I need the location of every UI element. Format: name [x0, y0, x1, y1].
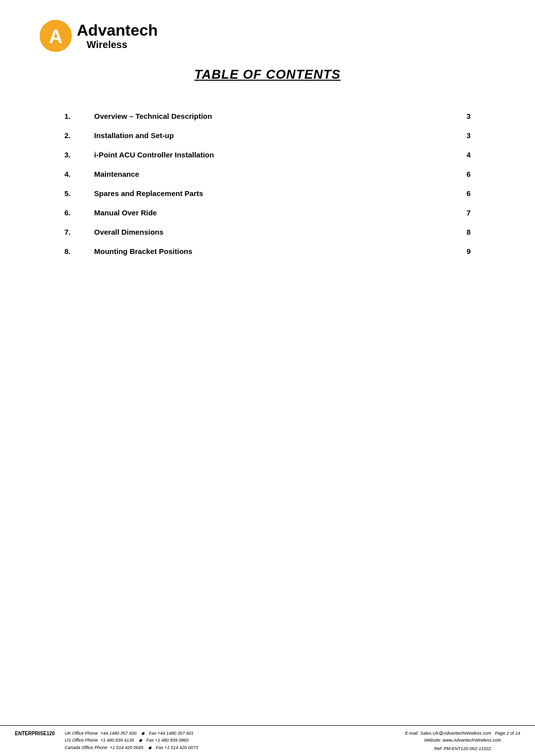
toc-label-6: Manual Over Ride	[94, 208, 456, 217]
toc-number-6: 6.	[64, 208, 94, 217]
svg-text:A: A	[49, 26, 62, 47]
footer-canada-fax-label: Fax	[156, 745, 163, 750]
toc-label-2: Installation and Set-up	[94, 131, 456, 140]
logo-container: A Advantech Wireless	[40, 20, 158, 52]
diamond-2: ◆	[139, 737, 142, 744]
toc-label-3: i-Point ACU Controller Installation	[94, 151, 456, 159]
page: A Advantech Wireless TABLE OF CONTENTS 1…	[0, 0, 535, 756]
footer-us-row: US Office Phone +1 480 839 4136 ◆ Fax +1…	[65, 737, 395, 744]
toc-label-1: Overview – Technical Description	[94, 112, 456, 120]
toc-item-1: 1. Overview – Technical Description 3	[64, 112, 471, 120]
footer-us-fax: +1 480 839 0860	[155, 738, 189, 743]
toc-page-1: 3	[456, 112, 471, 120]
footer-page-info: Page 2 of 14	[495, 731, 520, 736]
company-sub: Wireless	[87, 39, 158, 50]
toc-item-8: 8. Mounting Bracket Positions 9	[64, 247, 471, 255]
page-title: TABLE OF CONTENTS	[194, 67, 340, 82]
footer-email: Sales.UK@AdvantechWireless.com	[420, 731, 491, 736]
footer-website-row: Website: www.AdvantechWireless.com	[405, 737, 520, 744]
footer-website: www.AdvantechWireless.com	[443, 738, 501, 743]
toc-item-3: 3. i-Point ACU Controller Installation 4	[64, 151, 471, 159]
toc-number-4: 4.	[64, 170, 94, 178]
footer-email-row: E-mail Sales.UK@AdvantechWireless.com Pa…	[405, 730, 520, 737]
logo-icon: A	[40, 20, 72, 52]
footer-canada-phone: +1 514 420 0045	[110, 745, 144, 750]
footer-email-label: E-mail	[405, 731, 418, 736]
toc-page-8: 9	[456, 247, 471, 255]
toc-item-5: 5. Spares and Replacement Parts 6	[64, 189, 471, 198]
toc-page-6: 7	[456, 208, 471, 217]
toc-page-7: 8	[456, 228, 471, 236]
footer-us-phone-label: US Office Phone	[65, 738, 98, 743]
footer-canada-fax: +1 514 420 0073	[164, 745, 198, 750]
toc-label-4: Maintenance	[94, 170, 456, 178]
footer-ref-row: Ref: PM-ENT120-002-11022	[405, 745, 520, 752]
toc-page-4: 6	[456, 170, 471, 178]
toc-item-6: 6. Manual Over Ride 7	[64, 208, 471, 217]
footer-us-phone: +1 480 839 4136	[101, 738, 134, 743]
toc-label-5: Spares and Replacement Parts	[94, 189, 456, 198]
logo-text: Advantech Wireless	[77, 22, 158, 50]
footer: ENTERPRISE120 UK Office Phone +44 1480 3…	[0, 725, 535, 756]
footer-doc-id: ENTERPRISE120	[15, 730, 55, 736]
footer-uk-fax-label: Fax	[149, 731, 157, 736]
toc-number-3: 3.	[64, 151, 94, 159]
footer-uk-fax: +44 1480 357 601	[158, 731, 194, 736]
toc-number-5: 5.	[64, 189, 94, 198]
diamond-1: ◆	[141, 730, 145, 737]
footer-uk-phone-label: UK Office Phone	[65, 731, 98, 736]
toc-number-2: 2.	[64, 131, 94, 140]
toc-item-7: 7. Overall Dimensions 8	[64, 228, 471, 236]
footer-uk-row: UK Office Phone +44 1480 357 600 ◆ Fax +…	[65, 730, 395, 737]
title-section: TABLE OF CONTENTS	[40, 67, 495, 82]
footer-ref: Ref: PM-ENT120-002-11022	[434, 746, 491, 751]
toc-page-2: 3	[456, 131, 471, 140]
toc-item-2: 2. Installation and Set-up 3	[64, 131, 471, 140]
header: A Advantech Wireless	[40, 20, 495, 52]
footer-canada-phone-label: Canada Office Phone	[65, 745, 107, 750]
footer-us-fax-label: Fax	[147, 738, 154, 743]
footer-contact: UK Office Phone +44 1480 357 600 ◆ Fax +…	[65, 730, 395, 751]
toc-container: 1. Overview – Technical Description 3 2.…	[64, 102, 471, 255]
footer-uk-phone: +44 1480 357 600	[101, 731, 137, 736]
toc-number-7: 7.	[64, 228, 94, 236]
company-name: Advantech	[77, 22, 158, 39]
toc-item-4: 4. Maintenance 6	[64, 170, 471, 178]
toc-page-5: 6	[456, 189, 471, 198]
toc-number-8: 8.	[64, 247, 94, 255]
toc-number-1: 1.	[64, 112, 94, 120]
footer-website-label: Website:	[424, 738, 441, 743]
toc-label-7: Overall Dimensions	[94, 228, 456, 236]
toc-label-8: Mounting Bracket Positions	[94, 247, 456, 255]
footer-right: E-mail Sales.UK@AdvantechWireless.com Pa…	[405, 730, 520, 752]
toc-page-3: 4	[456, 151, 471, 159]
diamond-3: ◆	[148, 744, 152, 751]
footer-canada-row: Canada Office Phone +1 514 420 0045 ◆ Fa…	[65, 744, 395, 751]
